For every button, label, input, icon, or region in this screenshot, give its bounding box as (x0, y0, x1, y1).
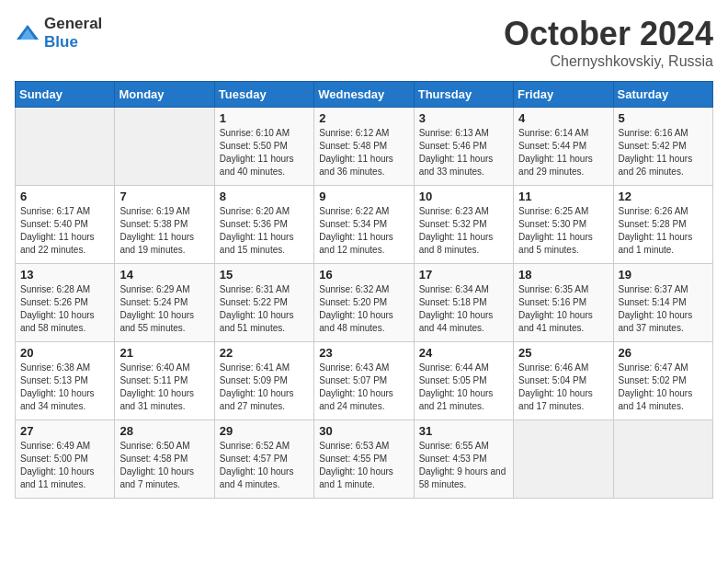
day-number: 29 (220, 424, 309, 438)
day-info: Sunrise: 6:14 AM Sunset: 5:44 PM Dayligh… (518, 127, 608, 178)
day-number: 1 (220, 111, 309, 125)
day-number: 2 (319, 111, 408, 125)
title-area: October 2024 Chernyshkovskiy, Russia (504, 15, 713, 70)
calendar-cell: 11Sunrise: 6:25 AM Sunset: 5:30 PM Dayli… (514, 186, 613, 264)
calendar-cell: 19Sunrise: 6:37 AM Sunset: 5:14 PM Dayli… (613, 264, 712, 342)
day-number: 18 (518, 268, 608, 282)
day-info: Sunrise: 6:50 AM Sunset: 4:58 PM Dayligh… (119, 440, 209, 491)
logo-blue: Blue (44, 33, 78, 51)
col-tuesday: Tuesday (214, 82, 313, 108)
day-number: 20 (20, 346, 109, 360)
day-number: 30 (319, 424, 408, 438)
day-info: Sunrise: 6:29 AM Sunset: 5:24 PM Dayligh… (119, 283, 209, 335)
calendar-cell (16, 108, 115, 186)
calendar-cell: 30Sunrise: 6:53 AM Sunset: 4:55 PM Dayli… (314, 420, 414, 499)
calendar-cell (115, 108, 214, 186)
week-row-4: 20Sunrise: 6:38 AM Sunset: 5:13 PM Dayli… (16, 342, 713, 420)
day-number: 8 (220, 190, 309, 203)
day-info: Sunrise: 6:41 AM Sunset: 5:09 PM Dayligh… (220, 362, 309, 413)
day-number: 4 (518, 111, 608, 125)
day-number: 6 (20, 190, 109, 203)
week-row-3: 13Sunrise: 6:28 AM Sunset: 5:26 PM Dayli… (16, 264, 713, 342)
calendar-cell (613, 420, 712, 499)
calendar-cell: 15Sunrise: 6:31 AM Sunset: 5:22 PM Dayli… (214, 264, 313, 342)
day-info: Sunrise: 6:40 AM Sunset: 5:11 PM Dayligh… (119, 362, 209, 413)
day-info: Sunrise: 6:26 AM Sunset: 5:28 PM Dayligh… (619, 205, 708, 257)
day-info: Sunrise: 6:31 AM Sunset: 5:22 PM Dayligh… (220, 283, 309, 335)
day-info: Sunrise: 6:10 AM Sunset: 5:50 PM Dayligh… (220, 127, 309, 178)
calendar-cell: 26Sunrise: 6:47 AM Sunset: 5:02 PM Dayli… (613, 342, 712, 420)
day-info: Sunrise: 6:43 AM Sunset: 5:07 PM Dayligh… (319, 362, 408, 413)
day-info: Sunrise: 6:34 AM Sunset: 5:18 PM Dayligh… (419, 283, 508, 335)
day-number: 9 (319, 190, 408, 203)
day-number: 26 (619, 346, 708, 360)
day-info: Sunrise: 6:55 AM Sunset: 4:53 PM Dayligh… (419, 440, 508, 491)
day-info: Sunrise: 6:20 AM Sunset: 5:36 PM Dayligh… (220, 205, 309, 257)
day-info: Sunrise: 6:37 AM Sunset: 5:14 PM Dayligh… (619, 283, 708, 335)
col-wednesday: Wednesday (314, 82, 414, 108)
calendar-cell: 3Sunrise: 6:13 AM Sunset: 5:46 PM Daylig… (414, 108, 513, 186)
day-info: Sunrise: 6:12 AM Sunset: 5:48 PM Dayligh… (319, 127, 408, 178)
day-number: 24 (419, 346, 508, 360)
calendar-table: Sunday Monday Tuesday Wednesday Thursday… (15, 81, 713, 499)
location-title: Chernyshkovskiy, Russia (504, 53, 713, 70)
calendar-cell: 10Sunrise: 6:23 AM Sunset: 5:32 PM Dayli… (414, 186, 513, 264)
calendar-cell: 29Sunrise: 6:52 AM Sunset: 4:57 PM Dayli… (214, 420, 313, 499)
day-number: 17 (419, 268, 508, 282)
day-info: Sunrise: 6:35 AM Sunset: 5:16 PM Dayligh… (518, 283, 608, 335)
day-number: 7 (119, 190, 209, 203)
col-monday: Monday (115, 82, 214, 108)
calendar-cell: 28Sunrise: 6:50 AM Sunset: 4:58 PM Dayli… (115, 420, 214, 499)
day-number: 13 (20, 268, 109, 282)
day-info: Sunrise: 6:22 AM Sunset: 5:34 PM Dayligh… (319, 205, 408, 257)
day-info: Sunrise: 6:13 AM Sunset: 5:46 PM Dayligh… (419, 127, 508, 178)
calendar-cell: 20Sunrise: 6:38 AM Sunset: 5:13 PM Dayli… (16, 342, 115, 420)
day-info: Sunrise: 6:23 AM Sunset: 5:32 PM Dayligh… (419, 205, 508, 257)
col-thursday: Thursday (414, 82, 513, 108)
calendar-cell: 18Sunrise: 6:35 AM Sunset: 5:16 PM Dayli… (514, 264, 613, 342)
logo-icon (15, 23, 40, 43)
calendar-cell: 21Sunrise: 6:40 AM Sunset: 5:11 PM Dayli… (115, 342, 214, 420)
day-number: 11 (518, 190, 608, 203)
calendar-cell: 22Sunrise: 6:41 AM Sunset: 5:09 PM Dayli… (214, 342, 313, 420)
day-info: Sunrise: 6:46 AM Sunset: 5:04 PM Dayligh… (518, 362, 608, 413)
day-info: Sunrise: 6:38 AM Sunset: 5:13 PM Dayligh… (20, 362, 109, 413)
day-number: 14 (119, 268, 209, 282)
calendar-cell (514, 420, 613, 499)
day-info: Sunrise: 6:44 AM Sunset: 5:05 PM Dayligh… (419, 362, 508, 413)
day-number: 25 (518, 346, 608, 360)
day-number: 5 (619, 111, 708, 125)
day-number: 27 (20, 424, 109, 438)
calendar-cell: 9Sunrise: 6:22 AM Sunset: 5:34 PM Daylig… (314, 186, 414, 264)
day-info: Sunrise: 6:17 AM Sunset: 5:40 PM Dayligh… (20, 205, 109, 257)
calendar-cell: 27Sunrise: 6:49 AM Sunset: 5:00 PM Dayli… (16, 420, 115, 499)
day-info: Sunrise: 6:53 AM Sunset: 4:55 PM Dayligh… (319, 440, 408, 491)
calendar-cell: 2Sunrise: 6:12 AM Sunset: 5:48 PM Daylig… (314, 108, 414, 186)
calendar-cell: 12Sunrise: 6:26 AM Sunset: 5:28 PM Dayli… (613, 186, 712, 264)
day-number: 19 (619, 268, 708, 282)
calendar-cell: 24Sunrise: 6:44 AM Sunset: 5:05 PM Dayli… (414, 342, 513, 420)
calendar-cell: 7Sunrise: 6:19 AM Sunset: 5:38 PM Daylig… (115, 186, 214, 264)
calendar-cell: 8Sunrise: 6:20 AM Sunset: 5:36 PM Daylig… (214, 186, 313, 264)
calendar-cell: 16Sunrise: 6:32 AM Sunset: 5:20 PM Dayli… (314, 264, 414, 342)
day-number: 23 (319, 346, 408, 360)
calendar-cell: 25Sunrise: 6:46 AM Sunset: 5:04 PM Dayli… (514, 342, 613, 420)
day-number: 10 (419, 190, 508, 203)
week-row-5: 27Sunrise: 6:49 AM Sunset: 5:00 PM Dayli… (16, 420, 713, 499)
day-number: 3 (419, 111, 508, 125)
day-number: 21 (119, 346, 209, 360)
day-number: 31 (419, 424, 508, 438)
calendar-cell: 5Sunrise: 6:16 AM Sunset: 5:42 PM Daylig… (613, 108, 712, 186)
month-title: October 2024 (504, 15, 713, 53)
calendar-cell: 23Sunrise: 6:43 AM Sunset: 5:07 PM Dayli… (314, 342, 414, 420)
day-info: Sunrise: 6:49 AM Sunset: 5:00 PM Dayligh… (20, 440, 109, 491)
day-number: 12 (619, 190, 708, 203)
col-friday: Friday (514, 82, 613, 108)
day-number: 28 (119, 424, 209, 438)
calendar-cell: 31Sunrise: 6:55 AM Sunset: 4:53 PM Dayli… (414, 420, 513, 499)
day-info: Sunrise: 6:19 AM Sunset: 5:38 PM Dayligh… (119, 205, 209, 257)
calendar-cell: 14Sunrise: 6:29 AM Sunset: 5:24 PM Dayli… (115, 264, 214, 342)
calendar-cell: 1Sunrise: 6:10 AM Sunset: 5:50 PM Daylig… (214, 108, 313, 186)
day-info: Sunrise: 6:52 AM Sunset: 4:57 PM Dayligh… (220, 440, 309, 491)
logo-general: General (44, 15, 102, 32)
